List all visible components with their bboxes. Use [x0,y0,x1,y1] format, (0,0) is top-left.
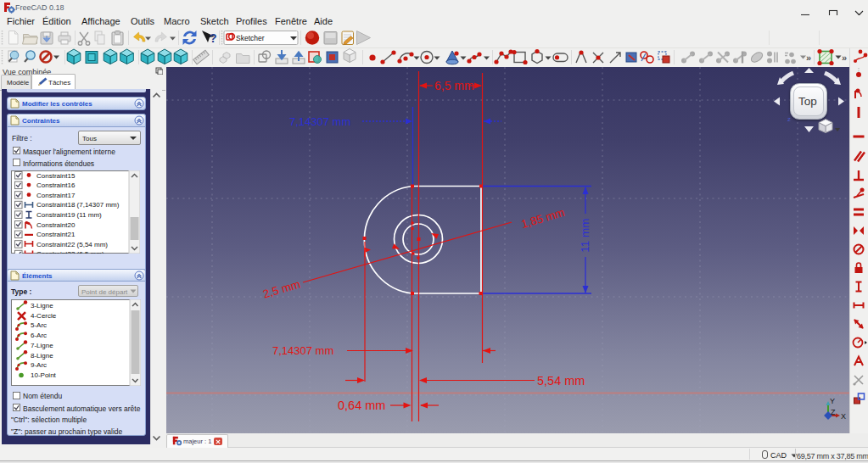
svg-text:z: z [787,115,791,123]
svg-text:Sketcher: Sketcher [236,34,265,42]
svg-text:Constraint21: Constraint21 [36,231,76,238]
svg-text:»: » [842,53,847,63]
svg-text:10-Point: 10-Point [31,371,57,379]
svg-text:7,14307 mm: 7,14307 mm [272,344,333,357]
svg-text:4-Cercle: 4-Cercle [31,312,57,320]
svg-text:5,54 mm: 5,54 mm [537,374,585,388]
svg-text:8-Ligne: 8-Ligne [31,352,53,360]
svg-text:?: ? [210,31,217,45]
svg-text:Constraint23 (6,5 mm): Constraint23 (6,5 mm) [36,250,104,254]
svg-text:5-Arc: 5-Arc [31,321,47,329]
svg-text:3-Ligne: 3-Ligne [31,302,53,310]
svg-text:Constraint22 (5,54 mm): Constraint22 (5,54 mm) [36,241,108,248]
svg-text:Constraint17: Constraint17 [36,192,76,199]
svg-text:Constraint19 (11 mm): Constraint19 (11 mm) [36,211,102,219]
svg-text:Constraint15: Constraint15 [36,172,76,180]
svg-text:6-Arc: 6-Arc [31,332,47,339]
svg-text:Y: Y [830,397,835,405]
svg-text:»: » [806,53,811,63]
svg-text:Z: Z [831,408,836,416]
svg-text:Constraint16: Constraint16 [36,181,76,189]
svg-text:7-Ligne: 7-Ligne [31,342,53,349]
svg-text:0,64 mm: 0,64 mm [338,399,385,412]
svg-text:Constraint18 (7,14307 mm): Constraint18 (7,14307 mm) [36,201,120,209]
svg-text:6,5 mm: 6,5 mm [434,79,474,92]
svg-text:Constraint20: Constraint20 [36,221,76,229]
svg-text:9-Arc: 9-Arc [31,361,47,369]
svg-text:1,85 mm: 1,85 mm [520,206,567,231]
svg-text:7,14307 mm: 7,14307 mm [289,115,350,128]
svg-text:11 mm: 11 mm [579,218,591,252]
svg-text:2,5 mm: 2,5 mm [261,277,301,300]
svg-text:X: X [841,412,846,421]
